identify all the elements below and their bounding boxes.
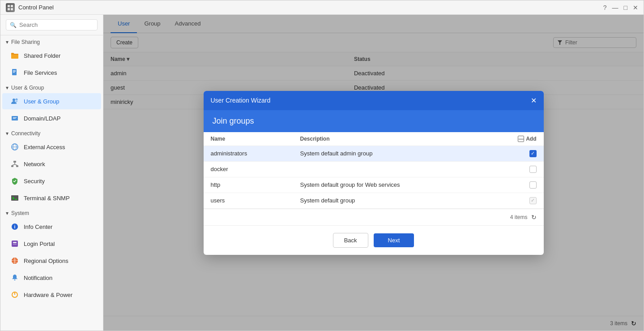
sidebar-item-label: Login Portal	[24, 241, 55, 247]
domain-icon	[10, 114, 19, 123]
file-services-icon	[10, 68, 19, 77]
group-row-docker[interactable]: docker	[204, 161, 544, 177]
modal-subheader: Join groups	[204, 110, 544, 132]
sidebar-item-label: Network	[24, 161, 45, 168]
sidebar-item-network[interactable]: Network	[2, 156, 101, 172]
minimize-button[interactable]: —	[612, 4, 618, 11]
group-description	[293, 161, 508, 177]
sidebar-item-shared-folder[interactable]: Shared Folder	[2, 47, 101, 64]
group-name: docker	[204, 161, 293, 177]
title-bar: Control Panel ? — □ ✕	[0, 0, 644, 15]
modal-subtitle: Join groups	[213, 116, 535, 126]
group-checkbox-users[interactable]: ✓	[508, 193, 544, 208]
group-checkbox-http[interactable]	[508, 177, 544, 193]
section-label: System	[11, 210, 29, 216]
section-label: Connectivity	[11, 130, 40, 137]
section-connectivity[interactable]: ▾ Connectivity	[0, 127, 103, 138]
section-user-group[interactable]: ▾ User & Group	[0, 81, 103, 93]
group-items-count: 4 items	[510, 214, 528, 220]
chevron-icon: ▾	[6, 130, 9, 137]
sidebar-item-user-group[interactable]: User & Group	[2, 93, 101, 109]
sidebar-item-label: User & Group	[24, 98, 59, 105]
chevron-icon: ▾	[6, 85, 9, 91]
sidebar: 🔍 ▾ File Sharing Shared Folder File Ser	[0, 15, 103, 331]
back-button[interactable]: Back	[333, 233, 368, 248]
sidebar-item-security[interactable]: Security	[2, 173, 101, 189]
sidebar-item-external-access[interactable]: External Access	[2, 139, 101, 155]
group-description: System default group for Web services	[293, 177, 508, 193]
close-button[interactable]: ✕	[633, 4, 638, 11]
search-icon: 🔍	[10, 22, 17, 28]
sidebar-item-domain-ldap[interactable]: Domain/LDAP	[2, 110, 101, 126]
notification-icon	[10, 273, 19, 282]
modal-body: Name Description — Add	[204, 132, 544, 209]
hardware-power-icon	[10, 290, 19, 299]
svg-rect-30	[14, 279, 16, 280]
app-icon	[6, 3, 15, 12]
sidebar-item-info-center[interactable]: i Info Center	[2, 219, 101, 235]
modal-footer-count: 4 items ↻	[204, 209, 544, 225]
next-button[interactable]: Next	[374, 233, 414, 247]
regional-options-icon	[10, 256, 19, 265]
maximize-button[interactable]: □	[624, 4, 627, 11]
modal-actions: Back Next	[204, 225, 544, 255]
group-name: administrators	[204, 146, 293, 161]
svg-rect-0	[8, 5, 10, 7]
section-system[interactable]: ▾ System	[0, 206, 103, 218]
modal-close-button[interactable]: ✕	[531, 96, 537, 105]
sidebar-item-label: Security	[24, 178, 45, 185]
sidebar-item-label: Domain/LDAP	[24, 115, 60, 122]
security-icon	[10, 176, 19, 185]
modal-refresh-button[interactable]: ↻	[531, 214, 537, 221]
folder-icon	[10, 51, 19, 60]
svg-rect-22	[11, 195, 18, 201]
section-label: User & Group	[11, 85, 44, 91]
svg-rect-1	[11, 5, 13, 7]
user-creation-wizard-modal: User Creation Wizard ✕ Join groups Name	[204, 91, 544, 255]
user-group-icon	[10, 97, 19, 106]
sidebar-item-terminal-snmp[interactable]: Terminal & SNMP	[2, 190, 101, 206]
svg-point-9	[13, 99, 15, 101]
group-description: System default admin group	[293, 146, 508, 161]
svg-rect-3	[11, 8, 13, 10]
group-row-administrators[interactable]: administrators System default admin grou…	[204, 146, 544, 161]
svg-rect-27	[13, 242, 17, 243]
svg-text:i: i	[14, 224, 16, 229]
svg-line-20	[13, 164, 15, 165]
groups-table: Name Description — Add	[204, 132, 544, 209]
sidebar-item-hardware-power[interactable]: Hardware & Power	[2, 287, 101, 303]
group-row-users[interactable]: users System default group ✓	[204, 193, 544, 208]
svg-rect-16	[13, 161, 16, 163]
group-name: users	[204, 193, 293, 208]
sidebar-item-regional-options[interactable]: Regional Options	[2, 253, 101, 269]
modal-overlay: User Creation Wizard ✕ Join groups Name	[103, 15, 644, 331]
svg-rect-7	[13, 71, 16, 72]
col-add: — Add	[508, 132, 544, 146]
svg-rect-13	[13, 118, 16, 119]
group-name: http	[204, 177, 293, 193]
sidebar-item-label: Regional Options	[24, 258, 68, 264]
external-access-icon	[10, 142, 19, 151]
sidebar-item-label: Info Center	[24, 224, 52, 230]
group-checkbox-docker[interactable]	[508, 161, 544, 177]
sidebar-search-area: 🔍	[0, 15, 103, 35]
group-checkbox-administrators[interactable]: ✓	[508, 146, 544, 161]
search-input[interactable]	[19, 21, 94, 28]
svg-rect-28	[13, 244, 17, 245]
section-file-sharing[interactable]: ▾ File Sharing	[0, 35, 103, 47]
app-title: Control Panel	[18, 4, 54, 11]
terminal-icon	[10, 193, 19, 202]
sidebar-item-notification[interactable]: Notification	[2, 270, 101, 286]
svg-rect-2	[8, 8, 10, 10]
group-row-http[interactable]: http System default group for Web servic…	[204, 177, 544, 193]
col-group-description: Description	[293, 132, 508, 146]
login-portal-icon	[10, 239, 19, 248]
svg-rect-12	[13, 117, 17, 118]
sidebar-item-label: External Access	[24, 144, 65, 150]
svg-point-10	[16, 99, 18, 101]
sidebar-item-login-portal[interactable]: Login Portal	[2, 236, 101, 252]
sidebar-item-file-services[interactable]: File Services	[2, 64, 101, 81]
sidebar-item-label: Shared Folder	[24, 52, 60, 59]
help-button[interactable]: ?	[603, 4, 607, 11]
svg-rect-6	[13, 70, 16, 71]
